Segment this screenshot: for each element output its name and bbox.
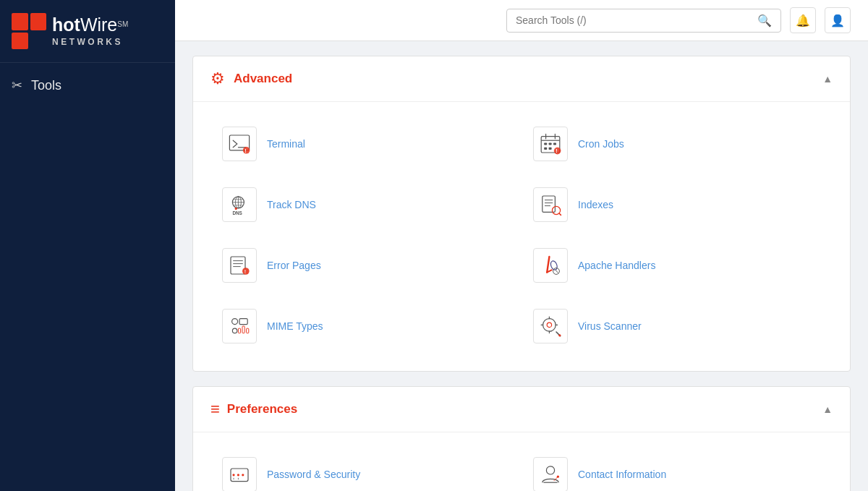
tool-terminal[interactable]: ! Terminal: [210, 114, 522, 174]
svg-rect-23: [542, 196, 556, 212]
logo-area: hotWireSM NETWORKS: [0, 0, 175, 63]
svg-point-56: [237, 474, 239, 476]
preferences-title: Preferences: [227, 402, 297, 417]
logo-sm: SM: [117, 20, 128, 28]
svg-text:!: !: [244, 268, 246, 275]
svg-point-53: [558, 334, 561, 336]
error-pages-icon: !: [228, 254, 251, 277]
logo-square-3: [12, 33, 28, 50]
svg-point-46: [543, 319, 556, 332]
tool-password-security[interactable]: Password & Security: [210, 444, 522, 491]
svg-point-42: [232, 328, 237, 333]
contact-information-label: Contact Information: [578, 469, 666, 480]
track-dns-icon-box: DNS: [222, 187, 257, 222]
apache-icon-box: [533, 248, 568, 283]
advanced-icon: ⚙: [210, 69, 225, 88]
svg-text:!: !: [244, 148, 246, 154]
sidebar: hotWireSM NETWORKS ✂ Tools: [0, 0, 175, 491]
search-icon[interactable]: 🔍: [757, 14, 772, 27]
logo-wire: Wire: [80, 14, 117, 35]
user-icon: 👤: [830, 14, 845, 27]
svg-line-35: [547, 257, 549, 273]
apache-handlers-label: Apache Handlers: [578, 260, 655, 271]
svg-line-28: [559, 213, 561, 215]
logo-square-4: [30, 33, 47, 50]
search-input[interactable]: [516, 14, 757, 26]
cron-jobs-label: Cron Jobs: [578, 138, 624, 150]
svg-rect-41: [239, 319, 247, 325]
svg-point-47: [547, 323, 551, 327]
indexes-icon-box: [533, 187, 568, 222]
mime-icon: [228, 315, 251, 338]
mime-types-label: MIME Types: [267, 320, 323, 332]
svg-point-57: [242, 474, 244, 476]
tool-virus-scanner[interactable]: Virus Scanner: [522, 296, 833, 356]
main-area: 🔍 🔔 👤 ⚙ Advanced ▲: [175, 0, 868, 491]
advanced-section: ⚙ Advanced ▲ !: [192, 56, 851, 372]
preferences-section-header[interactable]: ≡ Preferences ▲: [193, 387, 850, 432]
terminal-icon-box: !: [222, 127, 257, 161]
sidebar-tools-item[interactable]: ✂ Tools: [0, 63, 175, 108]
bell-icon: 🔔: [796, 14, 810, 27]
header: 🔍 🔔 👤: [175, 0, 868, 41]
search-box[interactable]: 🔍: [506, 9, 781, 33]
virus-scanner-label: Virus Scanner: [578, 320, 642, 332]
advanced-chevron-icon: ▲: [822, 73, 833, 85]
track-dns-label: Track DNS: [267, 199, 316, 210]
preferences-header-left: ≡ Preferences: [210, 400, 297, 419]
tools-icon: ✂: [12, 77, 22, 93]
virus-icon-box: [533, 309, 568, 343]
error-pages-icon-box: !: [222, 248, 257, 283]
svg-point-40: [232, 319, 238, 325]
preferences-chevron-icon: ▲: [822, 404, 833, 415]
tool-apache-handlers[interactable]: Apache Handlers: [522, 235, 833, 296]
tool-track-dns[interactable]: DNS Track DNS: [210, 174, 522, 235]
preferences-tools-grid: Password & Security Contact Information: [193, 432, 850, 491]
indexes-label: Indexes: [578, 199, 613, 210]
svg-rect-9: [549, 142, 552, 145]
tool-mime-types[interactable]: MIME Types: [210, 296, 522, 356]
preferences-icon: ≡: [210, 400, 218, 419]
advanced-header-left: ⚙ Advanced: [210, 69, 292, 88]
logo-square-1: [12, 13, 28, 30]
mime-icon-box: [222, 309, 257, 343]
contact-icon: [539, 463, 562, 486]
svg-point-22: [235, 208, 237, 210]
svg-rect-10: [553, 142, 556, 145]
error-pages-label: Error Pages: [267, 260, 321, 271]
user-button[interactable]: 👤: [825, 7, 851, 33]
logo-grid: [12, 13, 46, 49]
svg-point-55: [232, 474, 234, 476]
advanced-title: Advanced: [234, 72, 292, 86]
tools-label: Tools: [31, 78, 61, 93]
contact-icon-box: [533, 457, 568, 491]
svg-rect-43: [238, 328, 240, 333]
tool-indexes[interactable]: Indexes: [522, 174, 833, 235]
tool-contact-information[interactable]: Contact Information: [522, 444, 833, 491]
tool-error-pages[interactable]: ! Error Pages: [210, 235, 522, 296]
svg-rect-12: [549, 148, 552, 150]
track-dns-icon: DNS: [228, 193, 251, 216]
terminal-label: Terminal: [267, 138, 305, 150]
svg-line-39: [556, 270, 558, 273]
apache-icon: [539, 254, 562, 277]
svg-point-63: [557, 476, 559, 478]
terminal-icon: !: [228, 132, 251, 155]
cron-icon: !: [539, 132, 562, 155]
svg-rect-8: [544, 142, 547, 145]
logo-wrap: hotWireSM NETWORKS: [12, 13, 128, 49]
logo-networks: NETWORKS: [52, 37, 128, 47]
advanced-tools-grid: ! Terminal: [193, 102, 850, 371]
advanced-section-header[interactable]: ⚙ Advanced ▲: [193, 56, 850, 102]
content-area: ⚙ Advanced ▲ !: [175, 41, 868, 491]
notifications-button[interactable]: 🔔: [790, 7, 816, 33]
tool-cron-jobs[interactable]: ! Cron Jobs: [522, 114, 833, 174]
svg-text:DNS: DNS: [232, 210, 242, 215]
password-icon-box: [222, 457, 257, 491]
svg-rect-11: [544, 148, 547, 150]
svg-rect-45: [247, 328, 249, 333]
logo-hot: hot: [52, 14, 80, 35]
svg-text:!: !: [556, 148, 557, 154]
svg-point-60: [546, 466, 554, 474]
password-security-label: Password & Security: [267, 469, 360, 480]
